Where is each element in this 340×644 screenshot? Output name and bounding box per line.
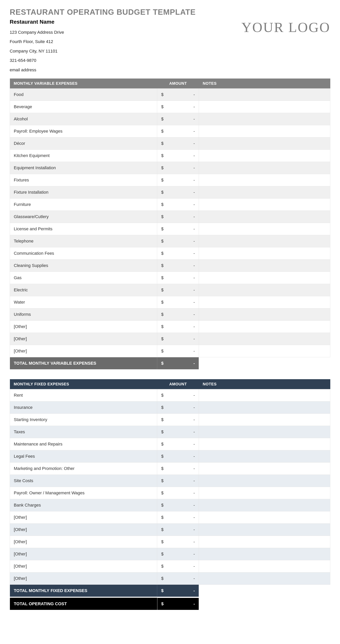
notes-cell[interactable] bbox=[199, 438, 330, 450]
amount-cell[interactable]: $- bbox=[157, 560, 199, 572]
notes-cell[interactable] bbox=[199, 272, 330, 284]
notes-cell[interactable] bbox=[199, 223, 330, 235]
amount-cell[interactable]: $- bbox=[157, 474, 199, 487]
amount-cell[interactable]: $- bbox=[157, 524, 199, 536]
fixed-total-label: TOTAL MONTHLY FIXED EXPENSES bbox=[10, 584, 157, 597]
table-row: Water$- bbox=[10, 296, 330, 308]
notes-cell[interactable] bbox=[199, 320, 330, 333]
amount-cell[interactable]: $- bbox=[157, 487, 199, 499]
expense-label: Glassware/Cutlery bbox=[10, 210, 157, 223]
expense-label: Uniforms bbox=[10, 308, 157, 320]
notes-cell[interactable] bbox=[199, 174, 330, 186]
amount-cell[interactable]: $- bbox=[157, 235, 199, 247]
notes-cell[interactable] bbox=[199, 450, 330, 462]
amount-cell[interactable]: $- bbox=[157, 438, 199, 450]
amount-header: AMOUNT bbox=[157, 379, 199, 389]
amount-cell[interactable]: $- bbox=[157, 284, 199, 296]
notes-cell[interactable] bbox=[199, 401, 330, 414]
notes-cell[interactable] bbox=[199, 487, 330, 499]
table-row: Payroll: Employee Wages$- bbox=[10, 125, 330, 137]
notes-cell[interactable] bbox=[199, 572, 330, 584]
notes-cell[interactable] bbox=[199, 462, 330, 474]
notes-cell[interactable] bbox=[199, 524, 330, 536]
amount-cell[interactable]: $- bbox=[157, 198, 199, 210]
variable-total-amount: $- bbox=[157, 357, 199, 369]
amount-cell[interactable]: $- bbox=[157, 450, 199, 462]
notes-cell[interactable] bbox=[199, 426, 330, 438]
table-row: Cleaning Supplies$- bbox=[10, 260, 330, 272]
notes-cell[interactable] bbox=[199, 100, 330, 113]
amount-cell[interactable]: $- bbox=[157, 260, 199, 272]
amount-cell[interactable]: $- bbox=[157, 320, 199, 333]
amount-cell[interactable]: $- bbox=[157, 572, 199, 584]
expense-label: Cleaning Supplies bbox=[10, 260, 157, 272]
amount-cell[interactable]: $- bbox=[157, 499, 199, 511]
amount-cell[interactable]: $- bbox=[157, 511, 199, 524]
amount-cell[interactable]: $- bbox=[157, 414, 199, 426]
amount-cell[interactable]: $- bbox=[157, 345, 199, 357]
notes-cell[interactable] bbox=[199, 137, 330, 150]
notes-cell[interactable] bbox=[199, 125, 330, 137]
amount-cell[interactable]: $- bbox=[157, 333, 199, 345]
amount-cell[interactable]: $- bbox=[157, 113, 199, 125]
notes-cell[interactable] bbox=[199, 474, 330, 487]
amount-cell[interactable]: $- bbox=[157, 100, 199, 113]
expense-label: Payroll: Employee Wages bbox=[10, 125, 157, 137]
notes-cell[interactable] bbox=[199, 260, 330, 272]
fixed-expenses-table: MONTHLY FIXED EXPENSES AMOUNT NOTES Rent… bbox=[10, 379, 330, 597]
notes-cell[interactable] bbox=[199, 186, 330, 198]
notes-cell[interactable] bbox=[199, 345, 330, 357]
table-row: Rent$- bbox=[10, 389, 330, 401]
notes-cell[interactable] bbox=[199, 247, 330, 260]
notes-cell[interactable] bbox=[199, 198, 330, 210]
notes-cell[interactable] bbox=[199, 499, 330, 511]
amount-cell[interactable]: $- bbox=[157, 389, 199, 401]
amount-cell[interactable]: $- bbox=[157, 210, 199, 223]
variable-section-header: MONTHLY VARIABLE EXPENSES bbox=[10, 78, 157, 88]
table-row: Insurance$- bbox=[10, 401, 330, 414]
notes-cell[interactable] bbox=[199, 560, 330, 572]
notes-cell[interactable] bbox=[199, 235, 330, 247]
amount-cell[interactable]: $- bbox=[157, 536, 199, 548]
amount-cell[interactable]: $- bbox=[157, 462, 199, 474]
table-row: [Other]$- bbox=[10, 548, 330, 560]
amount-cell[interactable]: $- bbox=[157, 162, 199, 174]
notes-header: NOTES bbox=[199, 379, 330, 389]
notes-cell[interactable] bbox=[199, 210, 330, 223]
amount-cell[interactable]: $- bbox=[157, 308, 199, 320]
notes-cell[interactable] bbox=[199, 333, 330, 345]
expense-label: [Other] bbox=[10, 511, 157, 524]
expense-label: [Other] bbox=[10, 536, 157, 548]
amount-cell[interactable]: $- bbox=[157, 426, 199, 438]
notes-cell[interactable] bbox=[199, 389, 330, 401]
amount-cell[interactable]: $- bbox=[157, 272, 199, 284]
amount-cell[interactable]: $- bbox=[157, 247, 199, 260]
amount-cell[interactable]: $- bbox=[157, 137, 199, 150]
expense-label: Bank Charges bbox=[10, 499, 157, 511]
amount-cell[interactable]: $- bbox=[157, 401, 199, 414]
amount-cell[interactable]: $- bbox=[157, 125, 199, 137]
amount-cell[interactable]: $- bbox=[157, 223, 199, 235]
table-row: Legal Fees$- bbox=[10, 450, 330, 462]
amount-cell[interactable]: $- bbox=[157, 548, 199, 560]
amount-cell[interactable]: $- bbox=[157, 174, 199, 186]
notes-cell[interactable] bbox=[199, 284, 330, 296]
notes-cell[interactable] bbox=[199, 113, 330, 125]
notes-cell[interactable] bbox=[199, 88, 330, 100]
table-row: Bank Charges$- bbox=[10, 499, 330, 511]
notes-cell[interactable] bbox=[199, 308, 330, 320]
notes-cell[interactable] bbox=[199, 296, 330, 308]
notes-cell[interactable] bbox=[199, 511, 330, 524]
variable-expenses-table: MONTHLY VARIABLE EXPENSES AMOUNT NOTES F… bbox=[10, 78, 330, 370]
table-row: [Other]$- bbox=[10, 524, 330, 536]
amount-cell[interactable]: $- bbox=[157, 150, 199, 162]
notes-cell[interactable] bbox=[199, 162, 330, 174]
notes-cell[interactable] bbox=[199, 414, 330, 426]
amount-cell[interactable]: $- bbox=[157, 88, 199, 100]
notes-cell[interactable] bbox=[199, 536, 330, 548]
notes-cell[interactable] bbox=[199, 150, 330, 162]
notes-cell[interactable] bbox=[199, 548, 330, 560]
address-line-1: 123 Company Address Drive bbox=[10, 28, 196, 37]
amount-cell[interactable]: $- bbox=[157, 296, 199, 308]
amount-cell[interactable]: $- bbox=[157, 186, 199, 198]
